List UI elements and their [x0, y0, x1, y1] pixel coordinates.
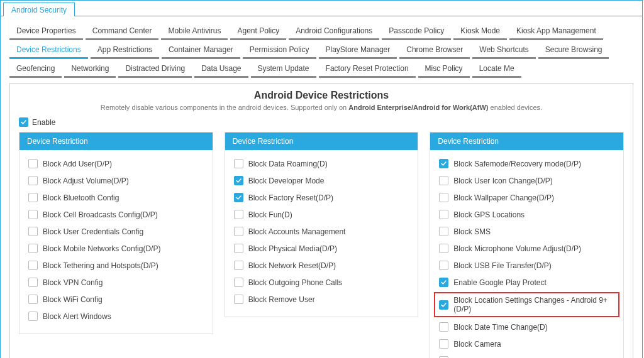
restriction-checkbox[interactable] — [234, 244, 243, 253]
restriction-row: Block USB File Transfer(D/P) — [439, 261, 614, 270]
restriction-checkbox[interactable] — [234, 193, 243, 202]
restriction-checkbox[interactable] — [28, 312, 38, 321]
restriction-checkbox[interactable] — [28, 159, 38, 168]
restriction-label: Block Adjust Volume(D/P) — [43, 176, 129, 185]
restriction-label: Block User Icon Change(D/P) — [453, 176, 552, 185]
restriction-checkbox[interactable] — [28, 295, 38, 304]
restriction-row: Block GPS Locations — [439, 210, 614, 219]
restriction-checkbox[interactable] — [234, 261, 243, 270]
restriction-row: Block Physical Media(D/P) — [234, 244, 409, 253]
enable-checkbox[interactable] — [19, 117, 28, 127]
nav-tab[interactable]: Data Usage — [194, 60, 248, 78]
restriction-checkbox[interactable] — [234, 176, 243, 185]
outer-container: Android Security Device PropertiesComman… — [0, 0, 643, 358]
nav-tab[interactable]: Device Properties — [9, 23, 83, 40]
restriction-label: Block GPS Locations — [453, 210, 525, 219]
restriction-label: Block VPN Config — [43, 278, 103, 287]
restriction-checkbox[interactable] — [28, 278, 38, 287]
restriction-label: Block Tethering and Hotspots(D/P) — [43, 261, 158, 270]
restriction-checkbox[interactable] — [439, 261, 448, 270]
restriction-label: Block WiFi Config — [43, 295, 103, 304]
nav-tab[interactable]: Chrome Browser — [399, 41, 470, 59]
nav-tab[interactable]: Distracted Driving — [118, 60, 192, 78]
nav-tab[interactable]: System Update — [251, 60, 316, 78]
restriction-label: Block Wallpaper Change(D/P) — [453, 193, 554, 202]
nav-tab[interactable]: Kiosk Mode — [453, 23, 507, 40]
panel-sub-prefix: Remotely disable various components in t… — [101, 104, 348, 111]
check-icon — [440, 301, 447, 308]
nav-tab[interactable]: Device Restrictions — [9, 41, 88, 59]
column-2: Device Restriction Block Data Roaming(D)… — [225, 132, 419, 317]
restriction-row: Block Date Time Change(D) — [439, 322, 614, 332]
nav-tab[interactable]: Misc Policy — [418, 60, 470, 78]
restriction-row: Block Accounts Management — [234, 227, 409, 236]
restriction-checkbox[interactable] — [28, 176, 38, 185]
column-body: Block Data Roaming(D)Block Developer Mod… — [225, 150, 418, 317]
restriction-row: Block Data Roaming(D) — [234, 159, 409, 168]
panel-sub-bold: Android Enterprise/Android for Work(AfW) — [348, 104, 488, 111]
panel-sub-suffix: enabled devices. — [489, 104, 543, 111]
nav-tab[interactable]: Networking — [64, 60, 116, 78]
restriction-label: Block Safemode/Recovery mode(D/P) — [453, 160, 581, 168]
restriction-label: Block Outgoing Phone Calls — [248, 278, 342, 287]
nav-tab[interactable]: Command Center — [86, 23, 159, 40]
nav-tab[interactable]: Permission Policy — [243, 41, 316, 59]
restriction-row: Block Tethering and Hotspots(D/P) — [28, 261, 204, 270]
restriction-label: Block Fun(D) — [248, 210, 292, 219]
restriction-checkbox[interactable] — [439, 322, 448, 332]
restriction-checkbox[interactable] — [28, 193, 38, 202]
restriction-label: Block User Credentials Config — [43, 227, 143, 236]
restriction-checkbox[interactable] — [234, 227, 243, 236]
nav-tab[interactable]: Mobile Antivirus — [161, 23, 228, 40]
restriction-label: Block Microphone Volume Adjust(D/P) — [453, 244, 581, 253]
restriction-row: Block Camera — [439, 339, 614, 349]
check-icon — [440, 160, 447, 167]
nav-tab[interactable]: App Restrictions — [91, 41, 159, 59]
nav-tab[interactable]: Container Manager — [162, 41, 240, 59]
restriction-checkbox[interactable] — [439, 300, 448, 310]
restriction-checkbox[interactable] — [439, 339, 448, 349]
restriction-row: Block Add User(D/P) — [28, 159, 204, 168]
column-body: Block Add User(D/P)Block Adjust Volume(D… — [19, 150, 213, 334]
restriction-checkbox[interactable] — [234, 159, 243, 168]
restriction-checkbox[interactable] — [234, 295, 243, 304]
nav-tab[interactable]: Agent Policy — [230, 23, 286, 40]
restriction-checkbox[interactable] — [439, 227, 448, 236]
nav-tab[interactable]: Web Shortcuts — [472, 41, 535, 59]
top-tab-android-security[interactable]: Android Security — [3, 3, 75, 16]
restriction-checkbox[interactable] — [28, 210, 38, 219]
restriction-label: Block Developer Mode — [248, 176, 325, 185]
restriction-checkbox[interactable] — [439, 159, 448, 168]
restriction-checkbox[interactable] — [234, 210, 243, 219]
restriction-row: Block Remove User — [234, 295, 409, 304]
restriction-checkbox[interactable] — [439, 193, 448, 202]
nav-tab[interactable]: Secure Browsing — [538, 41, 609, 59]
restriction-row: Block User Icon Change(D/P) — [439, 176, 614, 185]
restriction-checkbox[interactable] — [439, 244, 448, 253]
restriction-label: Block Date Time Change(D) — [453, 323, 547, 332]
nav-tab[interactable]: Passcode Policy — [382, 23, 451, 40]
restriction-label: Block Factory Reset(D/P) — [248, 193, 333, 202]
nav-tab[interactable]: PlayStore Manager — [319, 41, 397, 59]
restriction-label: Block USB File Transfer(D/P) — [453, 261, 551, 270]
nav-tab[interactable]: Kiosk App Management — [509, 23, 603, 40]
restriction-checkbox[interactable] — [28, 261, 38, 270]
nav-tab[interactable]: Android Configurations — [289, 23, 379, 40]
restriction-row: Block Network Reset(D/P) — [234, 261, 409, 270]
restriction-label: Block Accounts Management — [248, 227, 346, 236]
restriction-checkbox[interactable] — [439, 176, 448, 185]
column-body: Block Safemode/Recovery mode(D/P)Block U… — [430, 150, 623, 358]
restriction-checkbox[interactable] — [234, 278, 243, 287]
restriction-checkbox[interactable] — [439, 278, 448, 287]
nav-tab[interactable]: Locate Me — [472, 60, 521, 78]
restriction-row: Block Fun(D) — [234, 210, 409, 219]
content-area: Device PropertiesCommand CenterMobile An… — [1, 16, 642, 358]
nav-tab[interactable]: Factory Reset Protection — [319, 60, 416, 78]
restriction-checkbox[interactable] — [28, 244, 38, 253]
restriction-checkbox[interactable] — [28, 227, 38, 236]
restriction-label: Block SMS — [453, 227, 491, 236]
nav-tab[interactable]: Geofencing — [9, 60, 62, 78]
restriction-row: Block VPN Config — [28, 278, 204, 287]
restriction-row: Block Developer Mode — [234, 176, 409, 185]
restriction-checkbox[interactable] — [439, 210, 448, 219]
